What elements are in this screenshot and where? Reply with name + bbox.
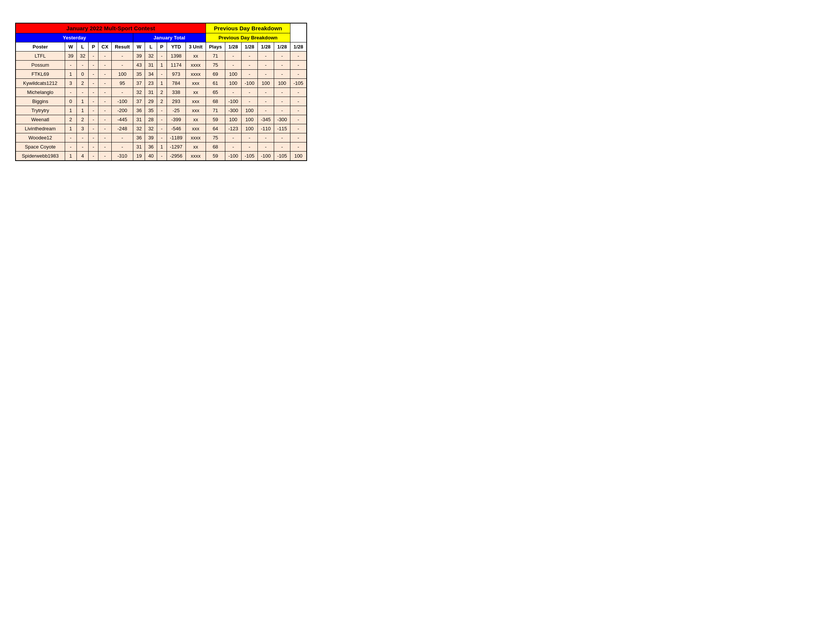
main-container: January 2022 Mult-Sport Contest Previous… [15, 23, 307, 161]
table-row: Trytrytry11---2003635--25xxx71-300100--- [16, 106, 307, 115]
col-result: Result [112, 42, 133, 52]
col-date4: 1/28 [274, 42, 290, 52]
col-date1: 1/28 [225, 42, 241, 52]
table-row: Spiderwebb198314---3101940--2956xxxx59-1… [16, 151, 307, 161]
col-p1: P [88, 42, 98, 52]
column-headers: Poster W L P CX Result W L P YTD 3 Unit … [16, 42, 307, 52]
col-cx: CX [98, 42, 112, 52]
table-row: Possum-----433111174xxxx75----- [16, 61, 307, 70]
table-row: LTFL3932---3932-1398xx71----- [16, 52, 307, 61]
pdb-section-label: Previous Day Breakdown [206, 33, 290, 42]
table-row: FTKL6910--1003534-973xxxx69100---- [16, 70, 307, 79]
yesterday-section-label: Yesterday [16, 33, 133, 42]
col-l2: L [145, 42, 157, 52]
col-l1: L [77, 42, 88, 52]
col-p2: P [157, 42, 167, 52]
col-3unit: 3 Unit [185, 42, 206, 52]
col-date2: 1/28 [241, 42, 257, 52]
table-row: Woodee12-----3639--1189xxxx75----- [16, 134, 307, 142]
table-row: Kywildcats121232--9537231784xxx61100-100… [16, 79, 307, 88]
table-row: Weenatl22---4453128--399xx59100100-345-3… [16, 115, 307, 124]
contest-table: January 2022 Mult-Sport Contest Previous… [15, 23, 307, 161]
pdb-title: Previous Day Breakdown [206, 23, 290, 33]
col-w2: W [133, 42, 145, 52]
section-header-row: Yesterday January Total Previous Day Bre… [16, 33, 307, 42]
table-row: Michelanglo-----32312338xx65----- [16, 88, 307, 97]
col-date5: 1/28 [290, 42, 307, 52]
table-row: Livinthedream13---2483232--546xxx64-1231… [16, 124, 307, 134]
col-w1: W [65, 42, 77, 52]
table-row: Biggins01---10037292293xxx68-100---- [16, 97, 307, 106]
col-plays: Plays [206, 42, 225, 52]
contest-title: January 2022 Mult-Sport Contest [16, 23, 206, 33]
col-poster: Poster [16, 42, 65, 52]
table-row: Space Coyote-----31361-1297xx68----- [16, 142, 307, 151]
col-date3: 1/28 [257, 42, 274, 52]
title-row: January 2022 Mult-Sport Contest Previous… [16, 23, 307, 33]
col-ytd: YTD [167, 42, 185, 52]
january-section-label: January Total [133, 33, 206, 42]
